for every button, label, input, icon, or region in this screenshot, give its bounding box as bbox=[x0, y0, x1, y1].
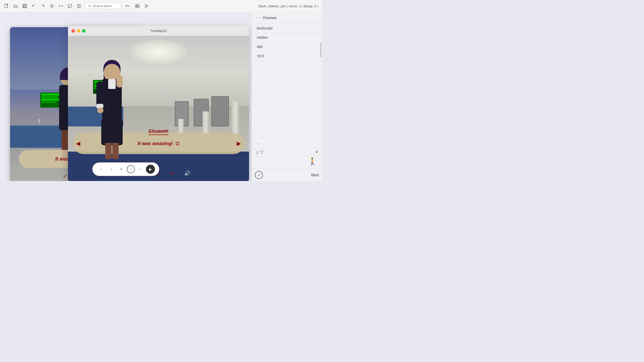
main-area: 1 3 Eliza bbox=[0, 12, 252, 181]
preview-window: TuesdayJS 1 3 bbox=[68, 26, 249, 181]
panel-item-480[interactable]: 480 bbox=[252, 42, 322, 52]
dialog-char-name: Elizabeth bbox=[148, 129, 168, 135]
panel-figure-row: 🚶 bbox=[254, 156, 320, 167]
search-block[interactable] bbox=[86, 3, 121, 9]
panel-header: ··· Preview bbox=[252, 12, 322, 24]
nav-back-button[interactable]: ‹ bbox=[97, 165, 106, 174]
svg-rect-9 bbox=[136, 5, 139, 8]
new-file-icon[interactable] bbox=[3, 3, 10, 10]
panel-nav-icons: △ ▽ bbox=[256, 150, 263, 154]
nav-forward-button[interactable]: › bbox=[107, 165, 116, 174]
nav-add-button[interactable]: + bbox=[117, 165, 126, 174]
window-titlebar: TuesdayJS bbox=[68, 26, 249, 36]
panel-check-row: ✓ Back bbox=[252, 169, 322, 181]
panel-bottom: ··· △ ▽ ≡ 🚶 bbox=[252, 138, 322, 169]
panel-item-ratio[interactable]: 16:9 bbox=[252, 52, 322, 61]
svg-rect-2 bbox=[24, 4, 25, 6]
dialog-box: Elizabeth ◀ It was amazing! ▶ bbox=[73, 133, 244, 154]
close-button[interactable] bbox=[71, 29, 75, 33]
window-title: TuesdayJS bbox=[150, 29, 167, 33]
svg-rect-5 bbox=[68, 5, 72, 7]
dialog-prev-button[interactable]: ◀ bbox=[76, 140, 80, 147]
info-icon[interactable] bbox=[75, 3, 83, 10]
panel-item-landscape[interactable]: landscape bbox=[252, 24, 322, 33]
window-content: 1 3 bbox=[68, 36, 249, 181]
return-icon[interactable]: ↩ bbox=[170, 170, 174, 177]
svg-point-7 bbox=[79, 5, 79, 5]
language-selector[interactable]: EN bbox=[123, 3, 132, 9]
comment-icon[interactable] bbox=[66, 3, 73, 10]
nav-play-button[interactable]: ▶ bbox=[146, 165, 155, 174]
search-icon bbox=[88, 4, 91, 8]
window-controls bbox=[71, 29, 86, 33]
down-arrow-icon[interactable]: ▽ bbox=[260, 150, 263, 154]
panel-item-hidden[interactable]: Hidden bbox=[252, 33, 322, 42]
maximize-button[interactable] bbox=[82, 29, 86, 33]
panel-bottom-dots[interactable]: ··· bbox=[256, 142, 261, 146]
behind-expand-icon[interactable]: ⤢ bbox=[63, 173, 67, 179]
right-panel: ··· Preview landscape Hidden 480 16:9 ··… bbox=[252, 12, 322, 181]
undo-icon[interactable] bbox=[30, 3, 37, 10]
panel-nav-row: △ ▽ ≡ bbox=[254, 148, 320, 156]
dialog-indicator bbox=[176, 142, 179, 145]
image-icon[interactable] bbox=[134, 3, 141, 10]
svg-rect-3 bbox=[23, 6, 26, 8]
scene-info: Bank_robbery_yes ( scene: 1 | dialog: 4 … bbox=[254, 0, 322, 12]
hamburger-menu-icon[interactable]: ≡ bbox=[315, 149, 318, 155]
code-icon[interactable] bbox=[57, 3, 64, 10]
svg-point-4 bbox=[51, 5, 53, 7]
volume-icon[interactable]: 🔊 bbox=[184, 170, 190, 177]
nav-minus-button[interactable]: − bbox=[136, 165, 145, 174]
minimize-button[interactable] bbox=[77, 29, 80, 33]
save-icon[interactable] bbox=[21, 3, 28, 10]
open-folder-icon[interactable] bbox=[12, 3, 19, 10]
settings-icon[interactable] bbox=[48, 3, 55, 10]
search-input[interactable] bbox=[93, 4, 118, 8]
panel-preview-label: Preview bbox=[263, 16, 276, 20]
redo-icon[interactable] bbox=[39, 3, 46, 10]
nav-circle-button[interactable]: ○ bbox=[127, 165, 135, 173]
play-icon[interactable] bbox=[143, 3, 150, 10]
panel-menu-dots[interactable]: ··· bbox=[256, 15, 261, 20]
character-figure-icon: 🚶 bbox=[308, 157, 317, 166]
panel-scrollbar[interactable] bbox=[320, 42, 321, 57]
dialog-next-button[interactable]: ▶ bbox=[237, 140, 241, 147]
up-arrow-icon[interactable]: △ bbox=[256, 150, 259, 154]
check-button[interactable]: ✓ bbox=[255, 171, 263, 179]
back-button[interactable]: Back bbox=[311, 173, 319, 177]
bottom-nav: ‹ › + ○ − ▶ bbox=[92, 162, 159, 176]
